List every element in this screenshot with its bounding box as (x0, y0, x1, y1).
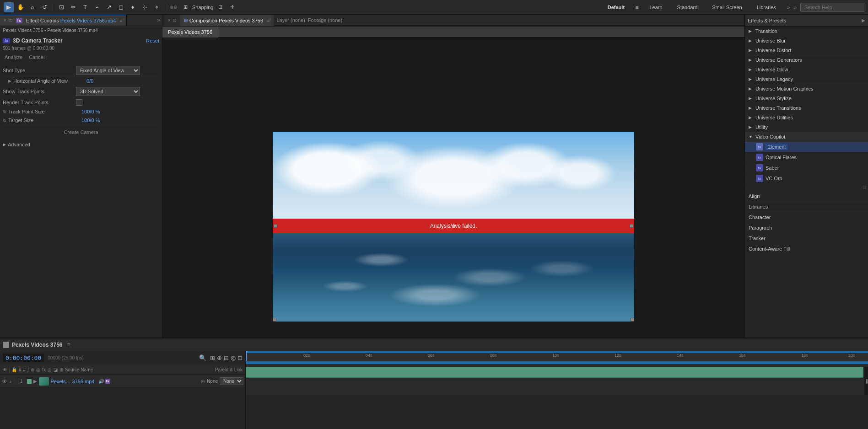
layer-name[interactable]: Pexels… 3756.mp4 (51, 379, 95, 384)
pen-tool[interactable]: ✏ (68, 2, 78, 12)
rp-video-copilot-section[interactable]: ▼ Video Copilot (745, 132, 868, 142)
error-handle-left[interactable] (274, 224, 277, 228)
eraser-tool[interactable]: ◻ (116, 2, 126, 12)
tch-motionblur[interactable]: ◎ (48, 367, 52, 372)
layer-audio-icon[interactable]: 🔊 (98, 379, 104, 384)
timeline-playhead[interactable] (246, 351, 247, 361)
workspace-standard[interactable]: Standard (674, 3, 701, 11)
hand-tool[interactable]: ✋ (16, 2, 26, 12)
layer-eye[interactable]: 👁 (2, 378, 7, 385)
roto-tool[interactable]: ♦ (128, 2, 138, 12)
snap-toggle[interactable]: ⊡ (216, 2, 226, 12)
rp-universe-distort-section[interactable]: ▶ Universe Distort (745, 46, 868, 55)
workspace-small-screen[interactable]: Small Screen (708, 3, 745, 11)
tab-menu-icon[interactable]: ≡ (119, 18, 122, 23)
shape-tool[interactable]: ⌖ (151, 2, 162, 12)
align-icon[interactable]: ⊕⊖ (168, 2, 178, 12)
rp-item-element[interactable]: fx Element (745, 142, 868, 152)
tch-adj[interactable]: ◪ (54, 367, 58, 372)
preview-tab-label[interactable]: Pexels Videos 3756 (168, 29, 212, 35)
shot-type-select[interactable]: Fixed Angle of View (76, 66, 140, 75)
rp-item-vc-orb[interactable]: fx VC Orb (745, 173, 868, 184)
tch-eye[interactable]: 👁 (3, 367, 7, 372)
rotate-tool[interactable]: ↺ (39, 2, 49, 12)
brush-tool[interactable]: ⌁ (92, 2, 102, 12)
timeline-timecode[interactable]: 0:00:00:00 (3, 354, 44, 362)
tch-quality[interactable]: ◎ (36, 367, 40, 372)
rp-paragraph-section[interactable]: Paragraph (745, 223, 868, 233)
workspace-libraries[interactable]: Libraries (753, 3, 780, 11)
tl-icon3[interactable]: ⊟ (224, 354, 229, 361)
layer-header[interactable]: Layer (none) (277, 17, 305, 23)
timeline-ruler[interactable]: 02s 04s 06s 08s 10s 12s 14s 16s 18s 20s (246, 351, 868, 361)
lock-axes[interactable]: ✛ (227, 2, 237, 12)
rp-universe-utilities-section[interactable]: ▶ Universe Utilities (745, 113, 868, 123)
tl-icon4[interactable]: ◎ (231, 354, 236, 361)
render-track-checkbox[interactable] (76, 99, 82, 106)
zoom-tool[interactable]: ⌕ (27, 2, 38, 12)
layer-audio[interactable]: ♪ (9, 379, 12, 384)
workspace-default[interactable]: Default (604, 3, 628, 11)
track-point-size-value[interactable]: 100/0 % (81, 109, 159, 114)
layer-motion-icon[interactable]: ◎ (201, 379, 205, 384)
tch-collapse[interactable]: ⊕ (31, 367, 34, 372)
timeline-search-icon[interactable]: 🔍 (199, 354, 206, 361)
tl-icon2[interactable]: ⊕ (217, 354, 222, 361)
expand-panel-icon[interactable]: » (157, 17, 160, 23)
layer-parent-select[interactable]: None (220, 377, 243, 385)
select-tool[interactable]: ▶ (4, 2, 14, 12)
rp-transition-section[interactable]: ▶ Transition (745, 27, 868, 36)
comp-tab-menu-icon[interactable]: ≡ (267, 18, 270, 23)
workspace-more-icon[interactable]: » (787, 5, 790, 10)
rp-item-optical-flares[interactable]: fx Optical Flares (745, 152, 868, 163)
timeline-work-bar[interactable] (246, 361, 868, 364)
rp-universe-legacy-section[interactable]: ▶ Universe Legacy (745, 75, 868, 84)
timeline-menu-icon[interactable]: ≡ (67, 342, 70, 348)
tch-num[interactable]: # (23, 367, 26, 372)
rp-libraries-section[interactable]: Libraries (745, 202, 868, 212)
tch-color[interactable]: # (19, 367, 22, 372)
workspace-expand-icon[interactable]: ≡ (636, 5, 638, 10)
close-icon[interactable]: × (4, 18, 6, 23)
rp-universe-generators-section[interactable]: ▶ Universe Generators (745, 55, 868, 65)
rp-universe-transitions-section[interactable]: ▶ Universe Transitions (745, 103, 868, 113)
rp-content-aware-fill-section[interactable]: Content-Aware Fill (745, 244, 868, 254)
advanced-section[interactable]: ▶ Advanced (3, 140, 159, 149)
puppet-tool[interactable]: ⊹ (140, 2, 150, 12)
clone-tool[interactable]: ↗ (104, 2, 114, 12)
target-size-value[interactable]: 100/0 % (81, 118, 159, 123)
workspace-learn[interactable]: Learn (646, 3, 666, 11)
error-handle-right[interactable] (630, 224, 633, 228)
ec-reset-btn[interactable]: Reset (146, 38, 159, 43)
cancel-btn[interactable]: Cancel (27, 54, 46, 61)
tch-shy[interactable]: ʃ (27, 367, 29, 372)
tch-lock[interactable]: 🔒 (11, 367, 17, 372)
footage-header[interactable]: Footage (none) (308, 17, 342, 23)
analyze-btn[interactable]: Analyze (3, 54, 24, 61)
rp-universe-stylize-section[interactable]: ▶ Universe Stylize (745, 94, 868, 103)
comp-tab-close[interactable]: × (168, 18, 171, 23)
corner-handle-br[interactable] (631, 318, 634, 322)
layer-expand-arrow[interactable]: ▶ (33, 379, 37, 384)
create-camera-btn[interactable]: Create Camera (3, 128, 159, 137)
corner-handle-bl[interactable] (273, 318, 276, 322)
effect-controls-tab[interactable]: × ⊡ fx Effect Controls Pexels Videos 375… (0, 15, 127, 26)
rp-universe-motion-section[interactable]: ▶ Universe Motion Graphics (745, 84, 868, 94)
magnet-icon[interactable]: ⊞ (180, 2, 190, 12)
tl-icon5[interactable]: ⊡ (237, 354, 243, 361)
timeline-clip[interactable] (246, 367, 863, 378)
search-input[interactable] (800, 3, 864, 12)
composition-tab[interactable]: ⊞ Composition Pexels Videos 3756 ≡ (180, 15, 274, 26)
tch-effects[interactable]: fx (42, 367, 46, 372)
rp-tracker-section[interactable]: Tracker (745, 233, 868, 244)
shot-type-value[interactable]: Fixed Angle of View (76, 66, 140, 75)
rp-utility-section[interactable]: ▶ Utility (745, 123, 868, 132)
text-tool[interactable]: T (80, 2, 90, 12)
rp-align-section[interactable]: Align (745, 191, 868, 202)
rp-universe-glow-section[interactable]: ▶ Universe Glow (745, 65, 868, 75)
show-track-points-select[interactable]: 3D Solved (76, 87, 140, 96)
rectangle-tool[interactable]: ⊡ (56, 2, 66, 12)
rp-scroll-right[interactable]: ▶ (862, 18, 865, 23)
tl-icon1[interactable]: ⊞ (210, 354, 215, 361)
tch-mode[interactable]: ⊞ (59, 367, 63, 372)
